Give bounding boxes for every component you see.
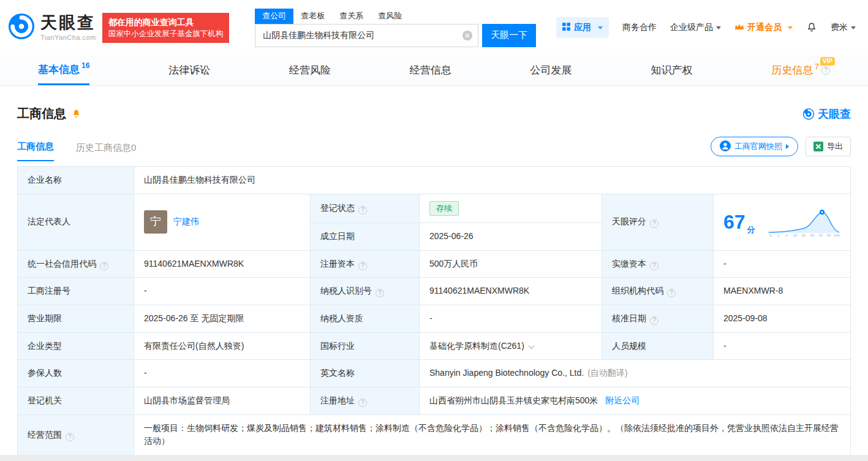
tab-operating-info[interactable]: 经营信息	[410, 55, 451, 85]
search-tab-risk[interactable]: 查风险	[371, 9, 409, 24]
table-row: 法定代表人 宁 宁建伟 登记状态? 存续 天眼评分? 67	[18, 194, 851, 223]
help-icon[interactable]: ?	[358, 398, 367, 407]
field-label: 国标行业	[320, 341, 355, 351]
tab-company-development[interactable]: 公司发展	[530, 55, 572, 85]
industry-expand-icon[interactable]	[528, 343, 534, 349]
clear-search-icon[interactable]	[462, 31, 472, 40]
export-button[interactable]: 导出	[806, 137, 851, 156]
field-label: 登记机关	[28, 395, 62, 405]
field-label: 企业名称	[28, 175, 62, 185]
paid-capital-value: -	[723, 259, 726, 269]
watermark-logo: 天眼查	[802, 107, 851, 121]
table-row: 营业期限 2025-06-26 至 无固定期限 纳税人资质 - 核准日期? 20…	[18, 305, 851, 332]
nearby-companies-link[interactable]: 附近公司	[605, 395, 640, 405]
apps-grid-icon	[562, 23, 570, 32]
field-label: 参保人数	[28, 368, 62, 378]
field-label: 营业期限	[28, 313, 62, 323]
chevron-down-icon	[716, 26, 721, 29]
enterprise-products-link[interactable]: 企业级产品	[670, 22, 721, 33]
business-coop-link[interactable]: 商务合作	[622, 22, 657, 33]
slogan-line2: 国家中小企业发展子基金旗下机构	[108, 28, 224, 39]
tianyancha-logo-icon	[7, 12, 36, 43]
person-circle-icon	[720, 140, 731, 153]
search-tab-boss[interactable]: 查老板	[293, 9, 332, 24]
subtab-business-info[interactable]: 工商信息	[17, 141, 54, 161]
arrow-right-icon	[786, 144, 789, 149]
notifications-bell-icon[interactable]	[806, 22, 817, 33]
business-scope-value: 一般项目：生物饲料研发；煤炭及制品销售；建筑材料销售；涂料制造（不含危险化学品）…	[144, 423, 839, 446]
field-label: 工商注册号	[28, 286, 70, 295]
search-button[interactable]: 天眼一下	[482, 24, 536, 47]
top-right-nav: 应用 商务合作 企业级产品 开通会员 费米	[556, 17, 856, 38]
subscribe-bell-icon[interactable]	[71, 109, 81, 119]
brand-domain: TianYanCha.com	[40, 34, 96, 41]
auto-translate-note: (自动翻译)	[587, 368, 627, 378]
field-label: 纳税人资质	[320, 313, 363, 323]
svg-text:15: 15	[793, 234, 798, 237]
search-tab-relation[interactable]: 查关系	[332, 9, 371, 24]
main-content: 工商信息 天眼查 工商信息 历史工商信息0	[0, 105, 868, 455]
excel-icon	[813, 142, 823, 151]
field-label: 组织机构代码	[612, 286, 663, 295]
business-coop-label: 商务合作	[622, 22, 657, 33]
chevron-down-icon	[851, 26, 856, 29]
table-row: 工商注册号 - 纳税人识别号? 91140621MAENXMWR8K 组织机构代…	[18, 278, 851, 305]
help-icon[interactable]: ?	[376, 289, 384, 297]
subtabs-row: 工商信息 历史工商信息0 工商官网快照 导出	[17, 137, 851, 161]
table-row: 企业类型 有限责任公司(自然人独资) 国标行业 基础化学原料制造(C261) 人…	[18, 332, 851, 360]
legal-rep-link[interactable]: 宁建伟	[173, 215, 199, 229]
legal-rep-avatar[interactable]: 宁	[144, 210, 167, 234]
username-label: 费米	[831, 22, 848, 33]
reg-address-value: 山西省朔州市山阴县玉井镇史家屯村南500米	[429, 395, 598, 405]
tyc-score: 67 分 0 1 3 15 50 85 97	[723, 206, 840, 238]
reg-authority-value: 山阴县市场监督管理局	[144, 395, 230, 405]
chevron-down-icon	[598, 26, 603, 29]
status-badge: 存续	[429, 201, 459, 216]
search-tab-company[interactable]: 查公司	[255, 9, 293, 24]
tianyancha-logo[interactable]: 天眼查 TianYanCha.com	[7, 12, 96, 43]
company-name-value: 山阴县佳鹏生物科技有限公司	[144, 175, 255, 185]
help-icon[interactable]: ?	[100, 262, 108, 270]
help-icon[interactable]: ?	[358, 262, 367, 270]
tab-history-info[interactable]: 历史信息 7 ? VIP	[771, 55, 830, 85]
tab-operating-risk[interactable]: 经营风险	[289, 55, 331, 85]
field-label: 纳税人识别号	[320, 286, 372, 295]
tab-basic-info[interactable]: 基本信息 16	[38, 55, 89, 85]
field-label: 成立日期	[320, 231, 355, 241]
crown-icon	[734, 23, 744, 32]
field-label: 核准日期	[612, 313, 646, 323]
subtab-history-business-info[interactable]: 历史工商信息0	[76, 142, 136, 161]
table-row: 参保人数 - 英文名称 Shanyin Jiapeng Biotechnolog…	[18, 360, 851, 387]
score-value: 67	[723, 212, 745, 232]
enterprise-products-label: 企业级产品	[670, 22, 713, 33]
search-input[interactable]	[255, 24, 478, 47]
help-icon[interactable]: ?	[650, 219, 659, 228]
help-icon[interactable]: ?	[821, 66, 830, 75]
field-label: 天眼评分	[612, 216, 646, 226]
tab-operation-label: 经营信息	[410, 63, 451, 77]
table-row: 统一社会信用代码? 91140621MAENXMWR8K 注册资本? 500万人…	[18, 250, 851, 278]
industry-value: 基础化学原料制造(C261)	[429, 341, 524, 351]
brand-slogan: 都在用的商业查询工具 国家中小企业发展子基金旗下机构	[102, 13, 230, 43]
help-icon[interactable]: ?	[650, 262, 659, 270]
snapshot-label: 工商官网快照	[734, 141, 782, 152]
tab-legal[interactable]: 法律诉讼	[168, 55, 210, 85]
field-label: 企业类型	[28, 341, 62, 351]
official-snapshot-button[interactable]: 工商官网快照	[711, 137, 798, 156]
company-type-value: 有限责任公司(自然人独资)	[144, 341, 244, 351]
svg-text:0: 0	[769, 234, 772, 237]
watermark-text: 天眼查	[818, 107, 851, 121]
table-row: 登记机关 山阴县市场监督管理局 注册地址? 山西省朔州市山阴县玉井镇史家屯村南5…	[18, 387, 851, 415]
user-menu[interactable]: 费米	[831, 22, 856, 33]
help-icon[interactable]: ?	[358, 206, 367, 215]
top-bar: 天眼查 TianYanCha.com 都在用的商业查询工具 国家中小企业发展子基…	[0, 0, 868, 55]
tab-intellectual-property[interactable]: 知识产权	[651, 55, 692, 85]
apps-menu-button[interactable]: 应用	[556, 17, 609, 38]
tab-history-label: 历史信息	[771, 63, 813, 77]
open-vip-link[interactable]: 开通会员	[734, 22, 793, 33]
help-icon[interactable]: ?	[650, 316, 659, 325]
svg-text:85: 85	[810, 234, 815, 237]
field-label: 英文名称	[320, 368, 355, 378]
help-icon[interactable]: ?	[667, 289, 676, 297]
help-icon[interactable]: ?	[66, 433, 74, 441]
